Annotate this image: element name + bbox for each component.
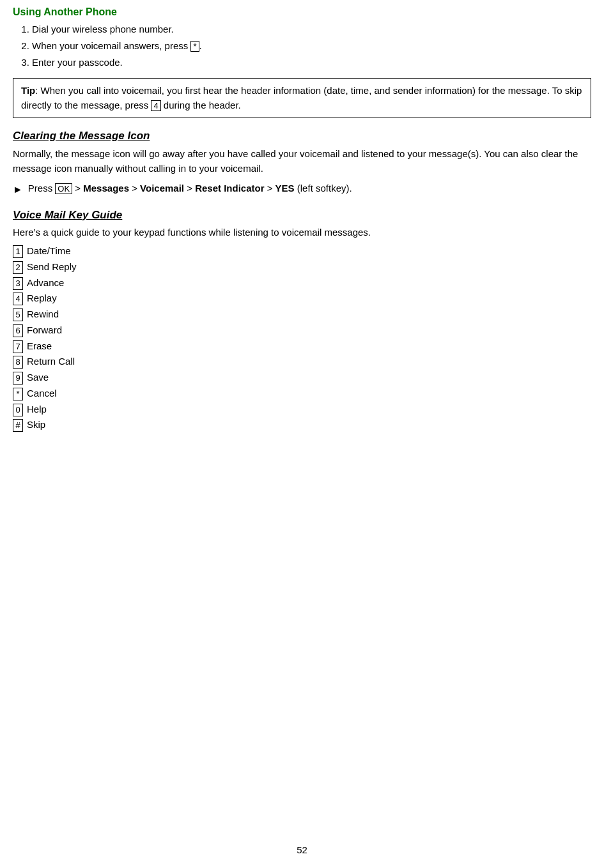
arrow-icon: ►: [13, 182, 23, 197]
key-action: Help: [27, 402, 47, 418]
tip-label: Tip: [21, 85, 35, 96]
key-number: 7: [13, 340, 23, 353]
key-guide-row: 8Return Call: [13, 354, 591, 370]
clearing-message-icon-section: Clearing the Message Icon Normally, the …: [13, 130, 591, 197]
instruction-text: Press OK > Messages > Voicemail > Reset …: [28, 181, 352, 196]
key-number: 8: [13, 356, 23, 369]
tip-text2: during the header.: [161, 100, 241, 110]
key-number: 6: [13, 324, 23, 337]
voice-mail-key-guide-section: Voice Mail Key Guide Here’s a quick guid…: [13, 209, 591, 434]
ok-key: OK: [55, 183, 72, 194]
key-guide-row: 6Forward: [13, 323, 591, 339]
using-another-phone-steps: Dial your wireless phone number. When yo…: [32, 22, 591, 70]
clearing-message-icon-heading: Clearing the Message Icon: [13, 130, 591, 142]
key-number: 9: [13, 372, 23, 385]
key-action: Return Call: [27, 354, 75, 370]
key-number: #: [13, 419, 23, 432]
key-guide-row: 2Send Reply: [13, 259, 591, 275]
key-guide-row: 7Erase: [13, 339, 591, 354]
step-1: Dial your wireless phone number.: [32, 22, 591, 37]
star-key: *: [190, 41, 199, 52]
key-guide-row: 0Help: [13, 402, 591, 418]
key-action: Send Reply: [27, 259, 77, 275]
key-action: Erase: [27, 339, 52, 354]
using-another-phone-heading: Using Another Phone: [13, 6, 117, 17]
key-action: Replay: [27, 291, 57, 307]
key-action: Date/Time: [27, 243, 71, 259]
using-another-phone-section: Using Another Phone Dial your wireless p…: [13, 6, 591, 118]
key-number: 4: [13, 293, 23, 305]
key-number: *: [13, 388, 23, 400]
four-key: 4: [151, 100, 160, 111]
key-number: 3: [13, 277, 23, 290]
voice-mail-key-guide-heading: Voice Mail Key Guide: [13, 209, 591, 222]
key-guide-row: 1Date/Time: [13, 243, 591, 259]
step-3: Enter your passcode.: [32, 55, 591, 70]
key-action: Save: [27, 370, 49, 386]
key-action: Rewind: [27, 307, 59, 323]
page-number: 52: [297, 844, 307, 855]
step-2: When your voicemail answers, press *.: [32, 38, 591, 54]
key-number: 1: [13, 245, 23, 258]
key-guide-intro: Here’s a quick guide to your keypad func…: [13, 225, 591, 240]
key-action: Cancel: [27, 386, 57, 402]
key-action: Advance: [27, 275, 64, 291]
key-number: 2: [13, 261, 23, 274]
key-number: 0: [13, 404, 23, 416]
tip-box: Tip: When you call into voicemail, you f…: [13, 78, 591, 118]
clearing-message-icon-body: Normally, the message icon will go away …: [13, 146, 591, 176]
key-action: Forward: [27, 323, 62, 339]
clearing-message-icon-title: Clearing the Message Icon: [13, 130, 150, 142]
key-guide-row: 9Save: [13, 370, 591, 386]
key-guide-row: 4Replay: [13, 291, 591, 307]
tip-text: : When you call into voicemail, you firs…: [21, 85, 582, 110]
key-action: Skip: [27, 417, 45, 433]
key-number: 5: [13, 308, 23, 321]
key-guide-row: *Cancel: [13, 386, 591, 402]
key-guide-row: #Skip: [13, 417, 591, 433]
key-guide-row: 3Advance: [13, 275, 591, 291]
clearing-instruction: ► Press OK > Messages > Voicemail > Rese…: [13, 181, 591, 197]
voice-mail-key-guide-title: Voice Mail Key Guide: [13, 209, 122, 221]
key-guide-table: 1Date/Time2Send Reply3Advance4Replay5Rew…: [13, 243, 591, 433]
using-another-phone-title: Using Another Phone: [13, 6, 591, 18]
key-guide-row: 5Rewind: [13, 307, 591, 323]
